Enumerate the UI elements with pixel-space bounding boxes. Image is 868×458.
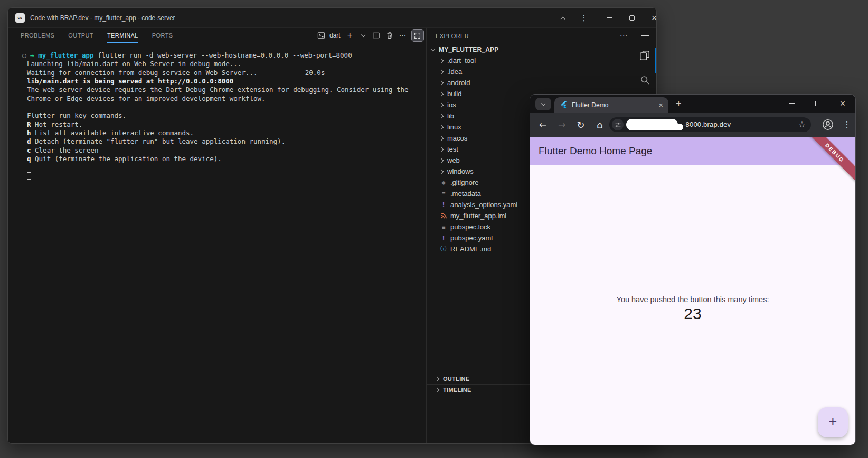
- flutter-app-viewport: Flutter Demo Home Page DEBUG You have pu…: [530, 137, 855, 445]
- terminal-line: R Hot restart.: [27, 120, 426, 129]
- bookmark-star-icon[interactable]: ☆: [798, 117, 806, 132]
- tree-folder-idea[interactable]: .idea: [427, 66, 634, 77]
- home-icon[interactable]: ⌂: [593, 118, 606, 131]
- terminal-output[interactable]: ○ → my_flutter_app flutter run -d web-se…: [20, 51, 426, 181]
- chevron-right-icon: [439, 114, 444, 118]
- chevron-right-icon: [439, 158, 444, 162]
- iml-feed-icon: [440, 213, 447, 219]
- chevron-right-icon: [439, 80, 444, 85]
- explorer-more-actions-icon[interactable]: ⋯: [620, 31, 628, 41]
- chevron-right-icon: [439, 169, 444, 173]
- terminal-line: d Detach (terminate "flutter run" but le…: [27, 137, 426, 146]
- minimize-button[interactable]: [601, 8, 617, 28]
- terminal-line: Launching lib/main.dart on Web Server in…: [27, 60, 426, 68]
- flutter-appbar: Flutter Demo Home Page: [530, 137, 855, 165]
- terminal-line: [27, 172, 426, 181]
- tab-close-icon[interactable]: ×: [658, 100, 663, 109]
- explorer-activity-icon[interactable]: [633, 48, 656, 63]
- url-text: -8000.brap.dev: [683, 117, 731, 132]
- browser-maximize-button[interactable]: [810, 95, 826, 113]
- profile-icon[interactable]: [822, 118, 834, 131]
- menu-hamburger-icon[interactable]: [633, 28, 656, 43]
- yaml-bang-icon: !: [440, 201, 447, 209]
- counter-label: You have pushed the button this many tim…: [530, 295, 855, 304]
- address-bar[interactable]: -8000.brap.dev ☆: [609, 117, 811, 132]
- terminal-line: ○ → my_flutter_app flutter run -d web-se…: [27, 51, 426, 60]
- panel-tab-bar: PROBLEMSOUTPUTTERMINALPORTS: [21, 28, 173, 43]
- kill-terminal-button[interactable]: [385, 30, 394, 41]
- chevron-right-icon: [439, 91, 444, 96]
- panel-tab-terminal[interactable]: TERMINAL: [107, 28, 138, 43]
- desktop: cs Code with BRAP.dev - my_flutter_app -…: [0, 0, 868, 458]
- browser-tab[interactable]: Flutter Demo ×: [554, 97, 668, 113]
- terminal-line: h List all available interactive command…: [27, 129, 426, 137]
- split-terminal-button[interactable]: [372, 30, 381, 41]
- kebab-menu-icon[interactable]: ⋮: [576, 8, 592, 28]
- url-redaction-blob-2: [655, 124, 683, 130]
- terminal-line: [27, 163, 426, 172]
- terminal-shell-icon: [316, 30, 326, 41]
- panel-tab-output[interactable]: OUTPUT: [68, 28, 93, 43]
- browser-window: Flutter Demo × + × ← → ↻ ⌂ -8000.brap.de…: [530, 94, 856, 445]
- browser-minimize-button[interactable]: [784, 95, 800, 113]
- terminal-line: lib/main.dart is being served at http://…: [27, 77, 426, 86]
- terminal-line: Waiting for connection from debug servic…: [27, 69, 426, 77]
- terminal-toolbar: dart + ⋯ ×: [316, 28, 437, 43]
- browser-menu-icon[interactable]: ⋮: [843, 118, 851, 131]
- panel-tab-ports[interactable]: PORTS: [152, 28, 173, 43]
- chevron-right-icon: [439, 136, 444, 140]
- maximize-panel-button[interactable]: [411, 29, 424, 42]
- tree-folder-dart_tool[interactable]: .dart_tool: [427, 55, 634, 66]
- terminal-cursor: [27, 172, 31, 180]
- chevron-up-icon[interactable]: [555, 8, 571, 28]
- appbar-title: Flutter Demo Home Page: [539, 145, 652, 157]
- back-icon[interactable]: ←: [536, 118, 549, 131]
- tab-title: Flutter Demo: [572, 101, 658, 109]
- terminal-line: The web-server device requires the Dart …: [27, 86, 426, 94]
- chevron-right-icon: [435, 377, 439, 381]
- increment-fab[interactable]: +: [818, 407, 848, 437]
- metadata-lines-icon: ≡: [440, 190, 447, 198]
- chevron-right-icon: [439, 102, 444, 107]
- vscode-titlebar: cs Code with BRAP.dev - my_flutter_app -…: [8, 8, 656, 28]
- chevron-right-icon: [439, 125, 444, 129]
- terminal-line: [27, 103, 426, 111]
- counter-value: 23: [530, 305, 855, 323]
- browser-toolbar: ← → ↻ ⌂ -8000.brap.dev ☆ ⋮: [530, 113, 855, 137]
- git-diamond-icon: ◆: [440, 180, 447, 185]
- tab-search-button[interactable]: [535, 98, 551, 110]
- site-settings-icon[interactable]: [612, 119, 624, 130]
- chevron-down-icon: [431, 46, 435, 51]
- explorer-title: EXPLORER: [436, 33, 469, 39]
- browser-close-button[interactable]: ×: [835, 95, 851, 113]
- panel-tab-problems[interactable]: PROBLEMS: [21, 28, 54, 43]
- tree-folder-android[interactable]: android: [427, 77, 634, 88]
- add-icon: +: [829, 414, 837, 430]
- code-server-logo-icon: cs: [15, 13, 25, 23]
- chevron-right-icon: [439, 69, 444, 73]
- browser-tabstrip: Flutter Demo × + ×: [530, 95, 855, 113]
- chevron-right-icon: [435, 388, 439, 392]
- more-actions-icon[interactable]: ⋯: [398, 30, 408, 41]
- explorer-header: EXPLORER ⋯: [427, 28, 634, 44]
- search-activity-icon[interactable]: [633, 72, 656, 87]
- terminal-line: c Clear the screen: [27, 146, 426, 155]
- flutter-logo-icon: [560, 101, 568, 109]
- reload-icon[interactable]: ↻: [574, 118, 587, 131]
- close-button[interactable]: ×: [646, 8, 657, 28]
- new-terminal-button[interactable]: +: [345, 30, 355, 41]
- maximize-button[interactable]: [624, 8, 640, 28]
- shell-name[interactable]: dart: [329, 32, 341, 39]
- forward-icon[interactable]: →: [555, 118, 568, 131]
- chevron-right-icon: [439, 147, 444, 151]
- terminal-line: q Quit (terminate the application on the…: [27, 155, 426, 163]
- chevron-right-icon: [439, 58, 444, 62]
- active-view-indicator: [655, 48, 656, 73]
- readme-info-icon: ⓘ: [440, 245, 447, 254]
- yaml-bang-icon: !: [440, 235, 447, 242]
- terminal-dropdown-chevron[interactable]: [358, 30, 368, 41]
- window-title: Code with BRAP.dev - my_flutter_app - co…: [30, 14, 175, 22]
- new-tab-button[interactable]: +: [676, 95, 682, 113]
- terminal-line: Flutter run key commands.: [27, 111, 426, 120]
- tree-root-my_flutter_app[interactable]: MY_FLUTTER_APP: [427, 44, 634, 55]
